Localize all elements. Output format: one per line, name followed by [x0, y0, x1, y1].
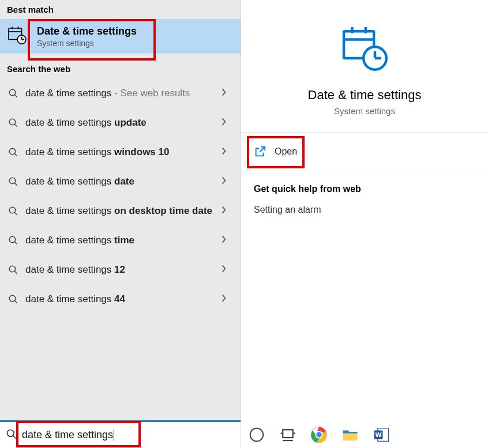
svg-point-11 [9, 148, 16, 155]
suggestion-text: date & time settings windows 10 [25, 146, 221, 158]
svg-point-15 [9, 207, 16, 213]
suggestion-text: date & time settings 12 [25, 263, 221, 276]
chevron-right-icon[interactable] [221, 86, 234, 100]
web-suggestion[interactable]: date & time settings date [0, 167, 241, 196]
open-label: Open [275, 146, 297, 157]
search-input[interactable]: date & time settings [22, 429, 235, 441]
suggestion-text: date & time settings update [25, 116, 221, 129]
search-icon [7, 263, 20, 276]
svg-point-9 [9, 119, 16, 125]
cortana-icon[interactable] [248, 426, 265, 443]
chevron-right-icon[interactable] [221, 263, 234, 276]
svg-line-24 [13, 435, 16, 438]
search-icon [7, 87, 20, 100]
chevron-right-icon[interactable] [221, 234, 234, 247]
chevron-right-icon[interactable] [221, 145, 234, 159]
web-suggestion[interactable]: date & time settings windows 10 [0, 137, 241, 167]
search-icon [7, 293, 20, 306]
calendar-clock-icon [339, 22, 391, 76]
details-subtitle: System settings [334, 106, 395, 116]
svg-rect-34 [283, 430, 293, 438]
web-suggestions-list: date & time settings - See web resultsda… [0, 78, 241, 420]
svg-point-40 [316, 431, 322, 438]
web-suggestion[interactable]: date & time settings 44 [0, 284, 241, 314]
best-match-header: Best match [0, 0, 241, 19]
best-match-title: Date & time settings [37, 25, 137, 37]
quick-help-link[interactable]: Setting an alarm [254, 205, 475, 215]
web-suggestion[interactable]: date & time settings on desktop time dat… [0, 196, 241, 225]
web-suggestion[interactable]: date & time settings 12 [0, 255, 241, 284]
svg-point-13 [9, 178, 16, 184]
open-external-icon [254, 145, 266, 158]
chevron-right-icon[interactable] [221, 204, 234, 217]
svg-point-7 [9, 89, 16, 96]
svg-line-14 [14, 183, 17, 186]
svg-line-32 [260, 147, 265, 152]
result-details-pane: Date & time settings System settings Ope… [241, 0, 488, 448]
open-action[interactable]: Open [241, 133, 488, 171]
search-icon [7, 175, 20, 188]
details-title: Date & time settings [308, 88, 422, 103]
svg-line-16 [14, 212, 17, 215]
web-suggestion[interactable]: date & time settings update [0, 108, 241, 137]
svg-line-20 [14, 271, 17, 274]
calendar-clock-icon [7, 25, 28, 48]
chevron-right-icon[interactable] [221, 175, 234, 188]
search-icon [7, 234, 20, 247]
svg-text:W: W [376, 431, 382, 438]
suggestion-text: date & time settings date [25, 175, 221, 187]
search-bar[interactable]: date & time settings [0, 420, 241, 448]
taskbar-icons: W [248, 426, 390, 443]
svg-line-8 [14, 95, 17, 97]
best-match-subtitle: System settings [37, 39, 137, 48]
search-icon [7, 116, 20, 129]
search-web-header: Search the web [0, 59, 241, 78]
svg-point-21 [9, 295, 16, 302]
svg-point-23 [7, 430, 14, 436]
svg-point-17 [9, 236, 16, 243]
suggestion-text: date & time settings on desktop time dat… [25, 205, 221, 217]
suggestion-text: date & time settings 44 [25, 293, 221, 305]
search-icon [7, 205, 20, 217]
search-results-pane: Best match Date & time settings System s… [0, 0, 241, 448]
svg-point-19 [9, 266, 16, 272]
svg-line-22 [14, 300, 17, 303]
web-suggestion[interactable]: date & time settings time [0, 225, 241, 255]
details-header: Date & time settings System settings [241, 0, 488, 133]
suggestion-text: date & time settings - See web results [25, 87, 221, 99]
chevron-right-icon[interactable] [221, 116, 234, 129]
file-explorer-icon[interactable] [341, 426, 359, 443]
svg-point-33 [250, 428, 264, 442]
word-icon[interactable]: W [373, 426, 390, 443]
task-view-icon[interactable] [279, 426, 296, 443]
quick-help-heading: Get quick help from web [254, 184, 475, 194]
svg-line-12 [14, 153, 17, 156]
svg-line-18 [14, 242, 17, 244]
quick-help-section: Get quick help from web Setting an alarm [241, 171, 488, 228]
search-icon [6, 428, 22, 442]
chrome-icon[interactable] [310, 426, 328, 443]
best-match-result[interactable]: Date & time settings System settings [0, 19, 241, 54]
chevron-right-icon[interactable] [221, 292, 234, 306]
search-icon [7, 146, 20, 159]
suggestion-text: date & time settings time [25, 234, 221, 246]
web-suggestion[interactable]: date & time settings - See web results [0, 78, 241, 108]
svg-line-10 [14, 124, 17, 127]
